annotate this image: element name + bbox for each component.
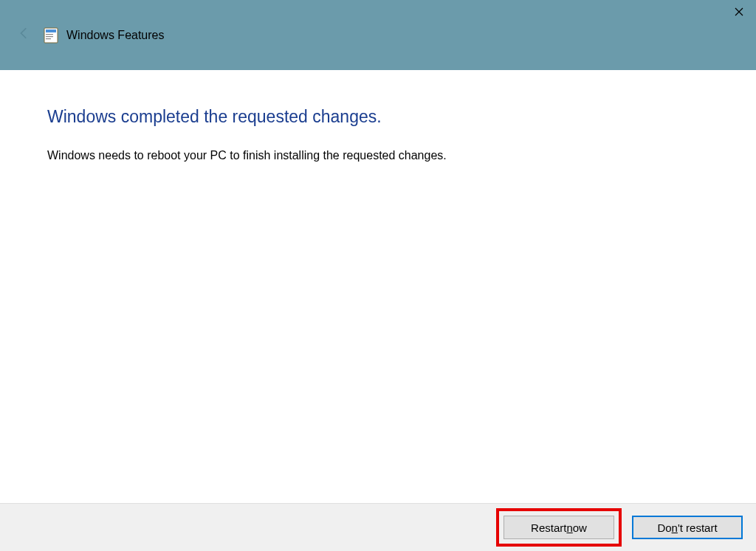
content-area: Windows completed the requested changes.… (0, 70, 756, 162)
window-title: Windows Features (66, 29, 165, 42)
footer-bar: Restart now Don't restart (0, 503, 756, 551)
back-arrow-icon[interactable] (13, 22, 35, 48)
svg-rect-3 (46, 36, 53, 37)
svg-rect-2 (46, 34, 53, 35)
titlebar: Windows Features (0, 0, 756, 70)
svg-rect-1 (46, 30, 56, 32)
body-text: Windows needs to reboot your PC to finis… (47, 149, 709, 162)
windows-features-icon (43, 27, 59, 44)
svg-rect-4 (46, 38, 51, 39)
close-button[interactable] (722, 0, 756, 24)
restart-now-button[interactable]: Restart now (504, 516, 614, 539)
heading: Windows completed the requested changes. (47, 107, 709, 127)
dont-restart-button[interactable]: Don't restart (632, 516, 743, 539)
restart-highlight: Restart now (496, 508, 622, 547)
